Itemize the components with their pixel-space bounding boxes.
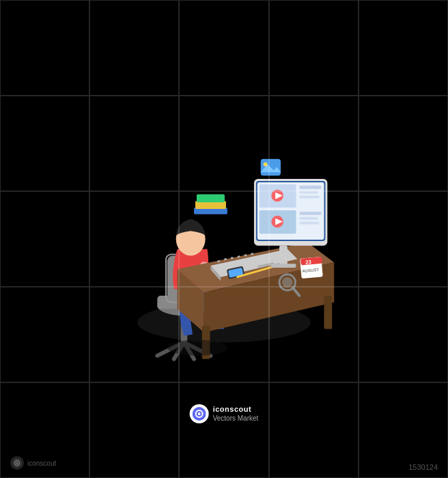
- grid-cell: [0, 96, 89, 191]
- grid-cell: [0, 0, 89, 96]
- grid-cell: [179, 382, 268, 478]
- svg-rect-35: [270, 264, 296, 268]
- svg-rect-13: [197, 195, 225, 203]
- iconscout-logo-icon: [190, 404, 209, 423]
- grid-cell: [269, 0, 359, 96]
- grid-cell: [359, 0, 448, 96]
- watermark-center: iconscout Vectors Market: [190, 404, 259, 423]
- grid-cell: [0, 287, 89, 382]
- svg-rect-50: [299, 222, 319, 225]
- grid-cell: [359, 191, 448, 287]
- asset-id: 1530124: [408, 463, 438, 471]
- main-illustration: 23 AUGUST: [81, 92, 367, 386]
- grid-cell: [359, 96, 448, 191]
- watermark-bottom-left: iconscout: [10, 456, 56, 470]
- svg-rect-15: [324, 296, 333, 329]
- illustration-container: 23 AUGUST: [81, 96, 367, 382]
- grid-cell: [89, 0, 179, 96]
- vectors-market-label: Vectors Market: [213, 414, 259, 423]
- svg-rect-34: [279, 246, 288, 266]
- grid-cell: [89, 382, 179, 478]
- iconscout-brand: iconscout: [213, 405, 259, 414]
- svg-rect-45: [299, 186, 321, 189]
- small-logo-icon: [10, 456, 24, 470]
- svg-rect-48: [299, 212, 321, 215]
- grid-cell: [179, 0, 268, 96]
- svg-rect-47: [299, 196, 319, 199]
- svg-point-53: [264, 163, 268, 167]
- grid-cell: [0, 191, 89, 287]
- svg-text:23: 23: [305, 259, 312, 266]
- svg-point-29: [282, 277, 293, 288]
- svg-point-60: [16, 462, 18, 464]
- grid-cell: [269, 382, 359, 478]
- svg-rect-49: [299, 217, 318, 220]
- watermark-text-group: iconscout Vectors Market: [213, 405, 259, 422]
- svg-point-54: [167, 339, 227, 355]
- bottom-iconscout-label: iconscout: [27, 460, 56, 467]
- svg-point-57: [198, 412, 201, 415]
- grid-cell: [359, 287, 448, 382]
- svg-rect-46: [299, 191, 318, 194]
